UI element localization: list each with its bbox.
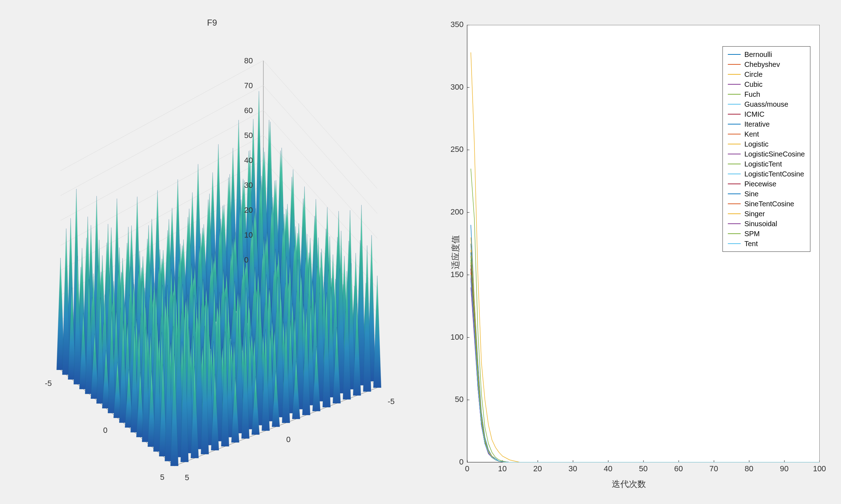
series-line (471, 272, 819, 462)
legend-label: Chebyshev (744, 60, 780, 69)
legend-label: Fuch (744, 90, 760, 99)
legend-item[interactable]: Piecewise (728, 179, 805, 189)
series-line (471, 265, 819, 462)
x-tick-label: 10 (498, 462, 506, 473)
series-line (471, 281, 819, 462)
y-tick-label: 250 (451, 145, 467, 154)
svg-text:0: 0 (103, 426, 107, 435)
convergence-plot-area[interactable]: BernoulliChebyshevCircleCubicFuchGuass/m… (467, 25, 819, 462)
legend-label: Piecewise (744, 180, 776, 188)
svg-text:-5: -5 (388, 397, 395, 406)
legend-label: SineTentCosine (744, 200, 794, 208)
svg-text:60: 60 (244, 106, 253, 115)
series-line (471, 275, 819, 462)
series-line (471, 250, 819, 462)
svg-text:5: 5 (185, 473, 189, 482)
legend-item[interactable]: Logistic (728, 139, 805, 149)
series-line (471, 244, 819, 462)
legend-item[interactable]: LogisticTentCosine (728, 169, 805, 179)
svg-text:80: 80 (244, 56, 253, 65)
legend-swatch (728, 233, 741, 234)
legend-item[interactable]: Bernoulli (728, 49, 805, 59)
legend-item[interactable]: SineTentCosine (728, 199, 805, 209)
legend-item[interactable]: Tent (728, 239, 805, 249)
legend-swatch (728, 64, 741, 65)
legend-label: Logistic (744, 140, 768, 148)
x-tick-label: 30 (568, 462, 577, 473)
surface-plot-panel: F9 01020304050607080-505-505 (7, 7, 417, 497)
legend-item[interactable]: Fuch (728, 89, 805, 99)
y-tick-label: 300 (451, 83, 467, 92)
legend-item[interactable]: Chebyshev (728, 59, 805, 69)
x-tick-label: 50 (639, 462, 647, 473)
legend-swatch (728, 54, 741, 55)
legend-swatch (728, 243, 741, 244)
legend-swatch (728, 174, 741, 174)
legend-swatch (728, 154, 741, 154)
legend-label: LogisticSineCosine (744, 150, 805, 158)
legend-item[interactable]: Cubic (728, 79, 805, 89)
svg-text:40: 40 (244, 156, 253, 165)
legend-swatch (728, 164, 741, 164)
svg-text:-5: -5 (45, 379, 52, 388)
legend-swatch (728, 124, 741, 124)
y-tick-label: 150 (451, 270, 467, 279)
convergence-plot-panel: BernoulliChebyshevCircleCubicFuchGuass/m… (424, 7, 834, 497)
svg-text:20: 20 (244, 206, 253, 214)
legend-swatch (728, 213, 741, 214)
legend-label: ICMIC (744, 110, 764, 118)
legend-item[interactable]: Iterative (728, 119, 805, 129)
legend-item[interactable]: LogisticTent (728, 159, 805, 169)
series-line (471, 287, 819, 462)
legend-item[interactable]: Kent (728, 129, 805, 139)
svg-text:0: 0 (244, 255, 248, 264)
surface-3d-svg: 01020304050607080-505-505 (21, 28, 406, 484)
legend-item[interactable]: Sine (728, 189, 805, 199)
legend-item[interactable]: Guass/mouse (728, 99, 805, 109)
x-axis-label: 迭代次数 (612, 478, 646, 490)
legend-swatch (728, 74, 741, 75)
legend-box[interactable]: BernoulliChebyshevCircleCubicFuchGuass/m… (722, 46, 810, 252)
legend-label: Sine (744, 190, 758, 198)
y-tick-label: 100 (451, 333, 467, 342)
legend-label: LogisticTent (744, 160, 782, 168)
legend-label: Kent (744, 130, 759, 138)
series-line (471, 278, 819, 462)
series-line (471, 277, 819, 462)
legend-item[interactable]: Sinusoidal (728, 219, 805, 229)
series-line (471, 262, 819, 462)
legend-swatch (728, 94, 741, 95)
legend-label: Sinusoidal (744, 220, 777, 228)
legend-swatch (728, 144, 741, 144)
svg-text:0: 0 (286, 435, 290, 444)
x-tick-label: 0 (465, 462, 469, 473)
legend-item[interactable]: Singer (728, 209, 805, 219)
legend-label: Iterative (744, 120, 769, 128)
legend-label: Singer (744, 210, 765, 218)
y-tick-label: 50 (455, 395, 467, 404)
legend-swatch (728, 134, 741, 134)
legend-swatch (728, 223, 741, 224)
y-tick-label: 200 (451, 207, 467, 217)
y-tick-label: 350 (451, 20, 467, 29)
y-axis-label: 适应度值 (450, 235, 461, 269)
legend-item[interactable]: SPM (728, 229, 805, 239)
legend-swatch (728, 184, 741, 184)
series-line (471, 269, 819, 462)
series-line (471, 269, 819, 462)
legend-swatch (728, 203, 741, 204)
legend-item[interactable]: ICMIC (728, 109, 805, 119)
svg-text:50: 50 (244, 131, 253, 140)
legend-item[interactable]: Circle (728, 69, 805, 79)
legend-item[interactable]: LogisticSineCosine (728, 149, 805, 159)
x-tick-label: 80 (745, 462, 753, 473)
legend-swatch (728, 114, 741, 115)
legend-label: Guass/mouse (744, 100, 788, 108)
svg-text:70: 70 (244, 81, 253, 90)
legend-label: Cubic (744, 80, 762, 89)
x-tick-label: 100 (813, 462, 826, 473)
surface-plot-title: F9 (207, 18, 217, 28)
legend-swatch (728, 84, 741, 85)
legend-label: LogisticTentCosine (744, 170, 804, 178)
surface-plot-area[interactable]: 01020304050607080-505-505 (21, 28, 406, 484)
